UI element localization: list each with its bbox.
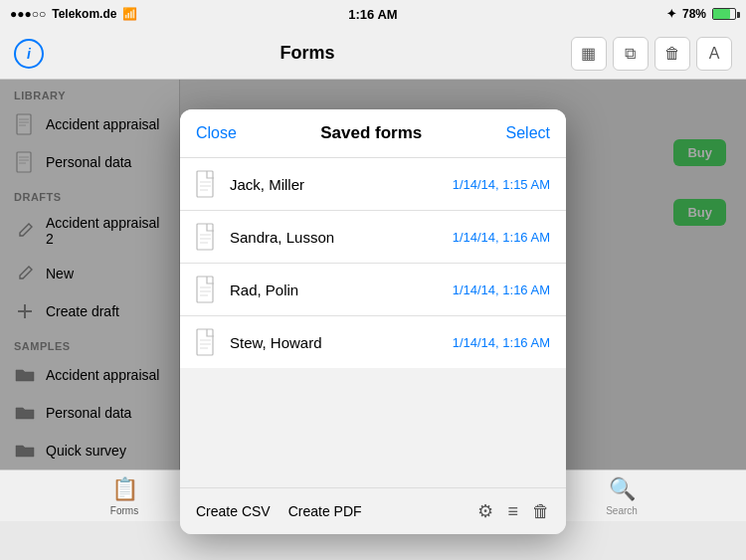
- svg-rect-22: [197, 329, 213, 355]
- font-icon: A: [709, 45, 720, 63]
- sort-icon[interactable]: ≡: [507, 501, 518, 522]
- search-tab-icon: 🔍: [609, 476, 636, 502]
- list-item[interactable]: Stew, Howard 1/14/14, 1:16 AM: [180, 316, 566, 368]
- svg-rect-10: [197, 171, 213, 197]
- header-title: Forms: [280, 43, 334, 64]
- battery-icon: [712, 8, 736, 20]
- trash-footer-icon[interactable]: 🗑: [532, 501, 550, 522]
- battery-percent: 78%: [682, 7, 706, 21]
- doc-file-icon: [196, 328, 218, 356]
- modal-empty-area: [180, 368, 566, 487]
- modal-title: Saved forms: [320, 123, 422, 143]
- info-icon: i: [27, 46, 31, 62]
- duplicate-button[interactable]: ⧉: [613, 37, 649, 71]
- status-time: 1:16 AM: [348, 7, 397, 22]
- app-header: i Forms ▦ ⧉ 🗑 A: [0, 28, 746, 80]
- modal-overlay: Close Saved forms Select Jack, Miller 1/…: [0, 80, 746, 469]
- doc-file-icon: [196, 223, 218, 251]
- bluetooth-icon: ✦: [666, 7, 676, 21]
- svg-rect-18: [197, 277, 213, 302]
- forms-tab-icon: 📋: [111, 476, 138, 502]
- item-name: Sandra, Lusson: [230, 229, 441, 246]
- item-date: 1/14/14, 1:16 AM: [453, 230, 550, 245]
- grid-icon: ▦: [581, 44, 596, 63]
- status-left: ●●●○○ Telekom.de 📶: [10, 7, 137, 21]
- list-item[interactable]: Rad, Polin 1/14/14, 1:16 AM: [180, 264, 566, 316]
- doc-file-icon: [196, 276, 218, 303]
- item-name: Rad, Polin: [230, 281, 441, 298]
- font-button[interactable]: A: [696, 37, 732, 71]
- header-tools: ▦ ⧉ 🗑 A: [571, 37, 732, 71]
- svg-rect-14: [197, 224, 213, 250]
- list-item[interactable]: Jack, Miller 1/14/14, 1:15 AM: [180, 158, 566, 211]
- list-item[interactable]: Sandra, Lusson 1/14/14, 1:16 AM: [180, 211, 566, 264]
- status-right: ✦ 78%: [666, 7, 736, 21]
- forms-tab-label: Forms: [110, 505, 138, 516]
- item-name: Stew, Howard: [230, 334, 441, 351]
- settings-icon[interactable]: ⚙: [477, 500, 493, 522]
- info-button[interactable]: i: [14, 39, 44, 69]
- item-date: 1/14/14, 1:15 AM: [453, 177, 550, 192]
- create-pdf-button[interactable]: Create PDF: [288, 503, 362, 519]
- duplicate-icon: ⧉: [625, 45, 636, 63]
- status-bar: ●●●○○ Telekom.de 📶 1:16 AM ✦ 78%: [0, 0, 746, 28]
- modal-header: Close Saved forms Select: [180, 109, 566, 158]
- item-name: Jack, Miller: [230, 176, 441, 193]
- item-date: 1/14/14, 1:16 AM: [453, 282, 550, 297]
- grid-view-button[interactable]: ▦: [571, 37, 607, 71]
- delete-button[interactable]: 🗑: [654, 37, 690, 71]
- trash-icon: 🗑: [664, 45, 680, 63]
- modal-footer: Create CSV Create PDF ⚙ ≡ 🗑: [180, 487, 566, 534]
- item-date: 1/14/14, 1:16 AM: [453, 335, 550, 350]
- footer-icons: ⚙ ≡ 🗑: [477, 500, 550, 522]
- signal-dots: ●●●○○: [10, 7, 46, 21]
- modal-list: Jack, Miller 1/14/14, 1:15 AM Sandra, Lu…: [180, 158, 566, 368]
- saved-forms-modal: Close Saved forms Select Jack, Miller 1/…: [180, 109, 566, 534]
- wifi-icon: 📶: [122, 7, 137, 21]
- doc-file-icon: [196, 170, 218, 198]
- search-tab-label: Search: [606, 505, 638, 516]
- create-csv-button[interactable]: Create CSV: [196, 503, 271, 519]
- content-area: LIBRARY Accident appraisal Personal data…: [0, 80, 746, 469]
- modal-close-button[interactable]: Close: [196, 124, 237, 142]
- carrier-label: Telekom.de: [52, 7, 116, 21]
- modal-select-button[interactable]: Select: [506, 124, 550, 142]
